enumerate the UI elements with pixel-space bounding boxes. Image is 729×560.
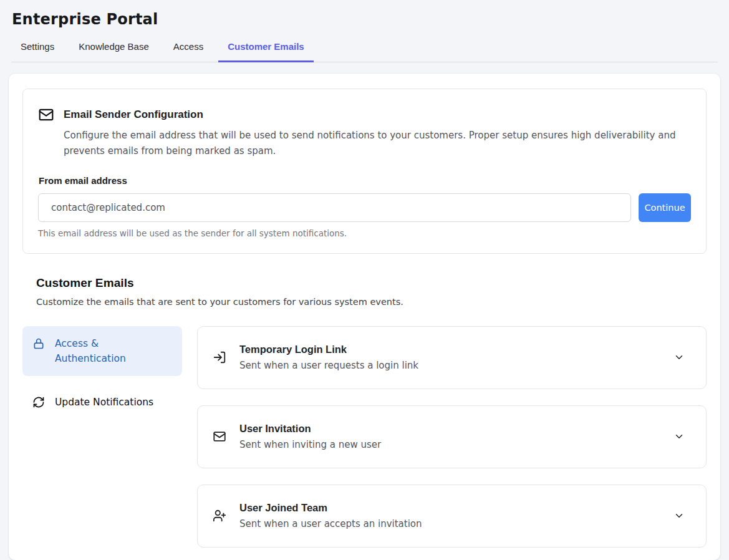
chevron-down-icon	[673, 510, 685, 521]
from-email-label: From email address	[39, 175, 691, 186]
from-email-input[interactable]	[38, 193, 631, 222]
email-sender-configuration-card: Email Sender Configuration Configure the…	[22, 89, 707, 254]
tab-access[interactable]: Access	[164, 41, 213, 62]
refresh-icon	[32, 396, 45, 408]
customer-emails-section-subtitle: Customize the emails that are sent to yo…	[36, 297, 707, 307]
from-email-helper-text: This email address will be used as the s…	[38, 228, 691, 238]
tab-bar: Settings Knowledge Base Access Customer …	[11, 41, 718, 62]
sender-config-title: Email Sender Configuration	[64, 109, 203, 121]
page-title: Enterprise Portal	[12, 10, 717, 29]
continue-button[interactable]: Continue	[639, 193, 691, 222]
login-icon	[213, 350, 226, 364]
category-label: Update Notifications	[55, 395, 153, 410]
email-card-subtitle: Sent when a user requests a login link	[239, 360, 660, 371]
lock-icon	[32, 337, 45, 350]
customer-emails-panel: Email Sender Configuration Configure the…	[9, 74, 720, 560]
email-card-title: Temporary Login Link	[239, 344, 660, 355]
email-template-list: Temporary Login Link Sent when a user re…	[197, 326, 707, 548]
user-plus-icon	[213, 509, 226, 523]
email-card-temporary-login-link[interactable]: Temporary Login Link Sent when a user re…	[197, 326, 707, 389]
customer-emails-section-title: Customer Emails	[36, 276, 707, 290]
tab-knowledge-base[interactable]: Knowledge Base	[69, 41, 158, 62]
chevron-down-icon	[673, 352, 685, 363]
tab-customer-emails[interactable]: Customer Emails	[218, 41, 314, 62]
email-card-title: User Joined Team	[239, 502, 660, 514]
email-card-user-invitation[interactable]: User Invitation Sent when inviting a new…	[197, 405, 707, 468]
email-card-user-joined-team[interactable]: User Joined Team Sent when a user accept…	[197, 485, 707, 548]
email-card-title: User Invitation	[239, 423, 660, 435]
sidebar-item-access-authentication[interactable]: Access & Authentication	[22, 326, 182, 376]
email-category-nav: Access & Authentication Update Notificat…	[22, 326, 182, 416]
chevron-down-icon	[673, 431, 685, 442]
email-card-subtitle: Sent when a user accepts an invitation	[239, 518, 660, 529]
mail-icon	[213, 430, 226, 443]
sender-config-description: Configure the email address that will be…	[64, 128, 687, 159]
category-label: Access & Authentication	[55, 336, 137, 366]
mail-icon	[38, 107, 54, 123]
tab-settings[interactable]: Settings	[11, 41, 64, 62]
page-header: Enterprise Portal	[0, 0, 729, 29]
email-card-subtitle: Sent when inviting a new user	[239, 439, 660, 450]
sidebar-item-update-notifications[interactable]: Update Notifications	[22, 389, 182, 416]
